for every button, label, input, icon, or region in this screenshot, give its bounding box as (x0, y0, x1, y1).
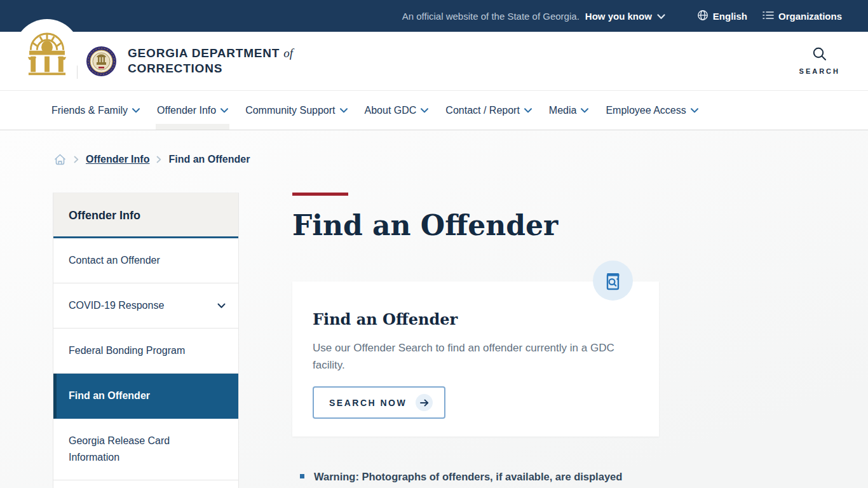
search-now-label: SEARCH NOW (329, 398, 407, 408)
page-title: Find an Offender (292, 209, 558, 241)
search-now-button[interactable]: SEARCH NOW (313, 386, 445, 419)
find-offender-card: Find an Offender Use our Offender Search… (292, 281, 659, 437)
georgia-arch-logo[interactable] (14, 19, 80, 85)
chevron-down-icon (691, 108, 698, 113)
breadcrumb: Offender Info Find an Offender (53, 153, 250, 166)
document-search-icon (593, 261, 633, 301)
nav-offender-info[interactable]: Offender Info (157, 91, 228, 130)
language-button[interactable]: English (697, 10, 747, 23)
chevron-right-icon (74, 156, 79, 163)
brand-line2: CORRECTIONS (128, 62, 222, 75)
active-nav-indicator (156, 124, 229, 130)
nav-friends-and-family[interactable]: Friends & Family (51, 91, 140, 130)
language-label: English (713, 11, 747, 22)
org-list-icon (763, 10, 774, 22)
square-bullet-icon (300, 474, 304, 478)
organizations-button[interactable]: Organizations (763, 10, 842, 22)
card-title: Find an Offender (313, 310, 639, 329)
chevron-down-icon (657, 11, 665, 22)
brand-of: of (283, 46, 293, 60)
sidebar-item-georgia-release-card[interactable]: Georgia Release Card Information (53, 419, 238, 480)
nav-employee-access[interactable]: Employee Access (606, 91, 698, 130)
gdc-find-an-offender-page: An official website of the State of Geor… (0, 0, 868, 488)
chevron-down-icon (132, 108, 140, 113)
section-sidebar: Offender Info Contact an Offender COVID-… (53, 193, 239, 488)
official-site-text: An official website of the State of Geor… (402, 11, 580, 22)
nav-contact-report[interactable]: Contact / Report (445, 91, 532, 130)
sidebar-item-incarcerated-veterans[interactable]: Incarcerated Veterans (53, 480, 238, 488)
card-description: Use our Offender Search to find an offen… (313, 339, 621, 374)
nav-about-gdc[interactable]: About GDC (365, 91, 429, 130)
sidebar-item-covid-19-response[interactable]: COVID-19 Response (53, 283, 238, 329)
sidebar-item-federal-bonding-program[interactable]: Federal Bonding Program (53, 329, 238, 374)
warning-text: Warning: Photographs of offenders, if av… (314, 470, 622, 484)
page-content: Offender Info Find an Offender Offender … (0, 130, 868, 488)
card-inner: Find an Offender Use our Offender Search… (292, 281, 659, 419)
chevron-down-icon (581, 108, 588, 113)
chevron-down-icon (220, 108, 228, 113)
brand-line1: GEORGIA DEPARTMENT (128, 46, 280, 60)
nav-community-support[interactable]: Community Support (245, 91, 347, 130)
title-accent-bar (292, 193, 348, 196)
sidebar-item-contact-an-offender[interactable]: Contact an Offender (53, 238, 238, 283)
globe-icon (697, 10, 709, 23)
nav-media[interactable]: Media (549, 91, 589, 130)
search-icon (811, 46, 828, 64)
chevron-down-icon (524, 108, 532, 113)
organizations-label: Organizations (778, 11, 842, 22)
chevron-down-icon (217, 303, 226, 309)
site-brand[interactable]: GEORGIA DEPARTMENT of CORRECTIONS (128, 46, 293, 76)
home-icon[interactable] (53, 153, 67, 166)
warning-list-item: Warning: Photographs of offenders, if av… (300, 470, 656, 484)
chevron-down-icon (340, 108, 348, 113)
sidebar-title: Offender Info (53, 193, 238, 238)
topbar-right-group: English Organizations (697, 10, 842, 23)
breadcrumb-current: Find an Offender (168, 154, 250, 165)
header-search-button[interactable]: SEARCH (799, 46, 840, 75)
how-you-know-toggle[interactable]: How you know (585, 11, 665, 22)
arrow-right-icon (416, 394, 433, 411)
search-label: SEARCH (799, 67, 840, 75)
main-navigation: Friends & Family Offender Info Community… (0, 91, 868, 130)
breadcrumb-offender-info[interactable]: Offender Info (86, 154, 149, 165)
government-banner: An official website of the State of Geor… (0, 0, 868, 32)
chevron-right-icon (156, 156, 161, 163)
how-you-know-label: How you know (585, 11, 652, 22)
sidebar-item-find-an-offender[interactable]: Find an Offender (53, 374, 238, 419)
chevron-down-icon (421, 108, 428, 113)
site-header: GEORGIA DEPARTMENT of CORRECTIONS SEARCH (0, 32, 868, 91)
gdc-seal (86, 46, 117, 79)
